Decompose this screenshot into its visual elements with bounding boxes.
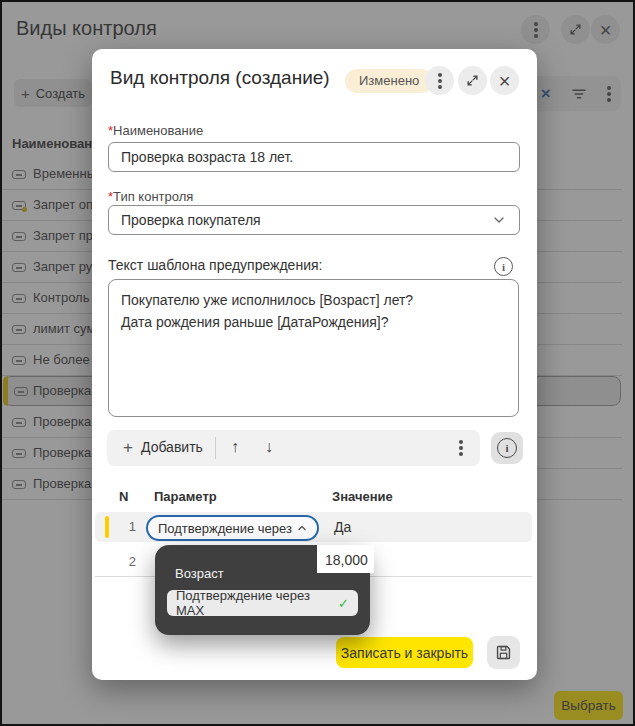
dialog-expand-button[interactable] — [458, 66, 487, 95]
save-and-close-button[interactable]: Записать и закрыть — [336, 637, 473, 668]
expand-icon — [465, 73, 480, 88]
column-header-n[interactable]: N — [119, 489, 128, 504]
param-dropdown-value: Подтверждение через MAX — [158, 521, 296, 536]
column-header-value[interactable]: Значение — [332, 489, 393, 504]
params-toolbar: + Добавить ↑ ↓ — [107, 430, 480, 466]
template-line: Дата рождения раньше [ДатаРождения]? — [121, 311, 506, 333]
close-icon: × — [499, 71, 511, 91]
row-number: 1 — [122, 519, 136, 534]
type-select-value: Проверка покупателя — [121, 212, 261, 228]
dialog-menu-button[interactable] — [425, 66, 454, 95]
template-line: Покупателю уже исполнилось [Возраст] лет… — [121, 289, 506, 311]
template-textarea[interactable]: Покупателю уже исполнилось [Возраст] лет… — [108, 279, 519, 417]
more-actions-button[interactable] — [459, 446, 463, 450]
current-row-marker — [105, 516, 109, 538]
move-up-button[interactable]: ↑ — [231, 439, 239, 455]
add-row-button[interactable]: Добавить — [141, 439, 203, 455]
app-window: Виды контроля × + Создать × Наименование… — [0, 0, 635, 726]
name-input[interactable]: Проверка возраста 18 лет. — [108, 142, 520, 172]
plus-icon: + — [123, 438, 133, 458]
modified-badge: Изменено — [345, 69, 433, 93]
dialog-title: Вид контроля (создание) — [110, 67, 330, 89]
control-type-dialog: Вид контроля (создание) Изменено × *Наим… — [92, 49, 537, 680]
floppy-save-icon — [494, 643, 513, 662]
param-value-cell[interactable]: 18,000 — [317, 545, 374, 573]
type-select[interactable]: Проверка покупателя — [108, 205, 520, 235]
info-icon: i — [497, 438, 517, 458]
toolbar-divider — [215, 437, 216, 459]
params-info-button[interactable]: i — [491, 432, 523, 464]
param-value-cell[interactable]: Да — [334, 519, 351, 535]
kebab-menu-icon — [438, 79, 442, 83]
type-field-label: *Тип контроля — [108, 189, 193, 204]
chevron-down-icon — [491, 212, 507, 228]
dropdown-option-selected[interactable]: Подтверждение через MAX ✓ — [167, 590, 358, 616]
column-header-param[interactable]: Параметр — [154, 489, 217, 504]
row-number: 2 — [122, 554, 136, 569]
save-button[interactable] — [487, 636, 520, 669]
move-down-button[interactable]: ↓ — [265, 439, 273, 455]
chevron-up-icon — [296, 522, 308, 534]
name-input-value: Проверка возраста 18 лет. — [121, 149, 293, 165]
name-field-label: *Наименование — [108, 123, 203, 138]
param-dropdown-control[interactable]: Подтверждение через MAX — [146, 515, 319, 541]
template-label: Текст шаблона предупреждения: — [108, 257, 322, 273]
info-icon[interactable]: i — [494, 257, 513, 276]
check-icon: ✓ — [338, 596, 349, 611]
dialog-close-button[interactable]: × — [490, 66, 519, 95]
dropdown-option[interactable]: Возраст — [175, 566, 224, 581]
